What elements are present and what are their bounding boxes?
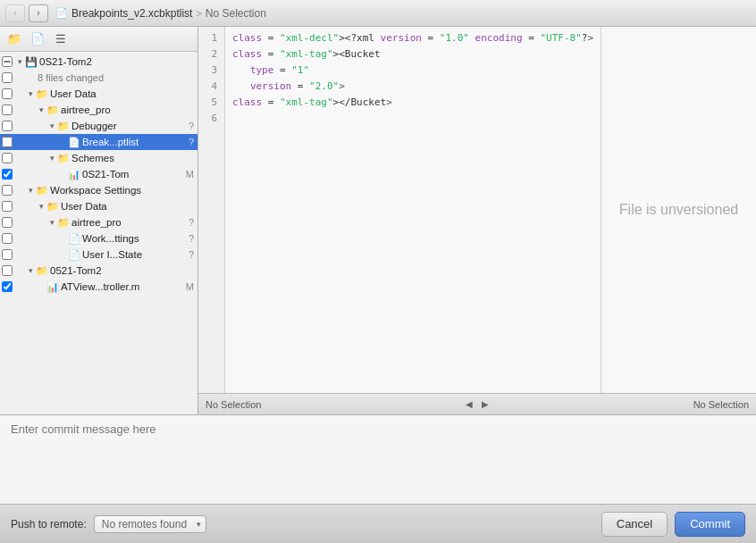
row-label-atview-troller: ATView...troller.m	[61, 281, 182, 292]
top-bar: ‹ › 📄 Breakpoints_v2.xcbkptlist > No Sel…	[0, 0, 756, 27]
diff-nav-next[interactable]: ▶	[477, 397, 493, 413]
row-badge-worksettings: ?	[189, 233, 194, 244]
row-disclosure-user-data-2[interactable]: ▾	[36, 202, 46, 211]
row-label-worksettings: Work...ttings	[82, 233, 185, 244]
tree-row-user-data-1[interactable]: ▾📁User Data	[0, 86, 197, 102]
tree-row-user-data-2[interactable]: ▾📁User Data	[0, 198, 197, 214]
row-disclosure-os521-tom2-sub[interactable]: ▾	[25, 266, 36, 275]
row-icon-airtree-pro-2: 📁	[57, 217, 70, 229]
breadcrumb-filename: Breakpoints_v2.xcbkptlist	[71, 7, 192, 20]
nav-back-button[interactable]: ‹	[5, 4, 25, 22]
tree-row-schemes[interactable]: ▾📁Schemes	[0, 150, 197, 166]
main-content: 📁 📄 ☰ ▾💾0S21-Tom28 files changed▾📁User D…	[0, 27, 756, 414]
row-icon-user-data-1: 📁	[36, 88, 48, 100]
row-icon-os521-tom: 📊	[68, 169, 80, 180]
row-icon-worksettings: 📄	[68, 233, 80, 245]
folder-toolbar-button[interactable]: 📁	[5, 30, 23, 48]
row-checkbox-airtree-pro-1[interactable]	[0, 103, 14, 117]
row-checkbox-workspace-settings[interactable]	[0, 183, 14, 197]
row-label-user-data-1: User Data	[50, 88, 194, 99]
row-disclosure-workspace-settings[interactable]: ▾	[25, 186, 36, 195]
row-checkbox-airtree-pro-2[interactable]	[0, 215, 14, 230]
row-disclosure-airtree-pro-1[interactable]: ▾	[36, 105, 46, 114]
row-badge-user-i-state: ?	[189, 249, 194, 260]
unversioned-area: File is unversioned	[601, 27, 756, 393]
row-disclosure-user-data-1[interactable]: ▾	[25, 89, 36, 98]
row-checkbox-user-i-state[interactable]	[0, 247, 14, 262]
row-icon-airtree-pro-1: 📁	[46, 104, 59, 116]
tree-row-worksettings[interactable]: 📄Work...ttings?	[0, 230, 197, 246]
row-checkbox-schemes[interactable]	[0, 151, 14, 165]
row-checkbox-os521-tom[interactable]	[0, 167, 14, 181]
row-icon-os521-tom2-root: 💾	[25, 56, 38, 68]
breadcrumb-file-icon: 📄	[55, 7, 68, 19]
diff-status-left: No Selection	[206, 399, 461, 410]
nav-forward-button[interactable]: ›	[29, 4, 48, 22]
row-label-os521-tom2-sub: 0521-Tom2	[50, 265, 194, 276]
commit-button[interactable]: Commit	[675, 512, 745, 537]
row-checkbox-debugger[interactable]	[0, 119, 14, 133]
row-disclosure-airtree-pro-2[interactable]: ▾	[46, 218, 57, 227]
row-label-airtree-pro-1: airtree_pro	[61, 104, 194, 115]
tree-row-os521-tom[interactable]: 📊0S21-TomM	[0, 166, 197, 182]
tree-row-os521-tom2-sub[interactable]: ▾📁0521-Tom2	[0, 263, 197, 279]
tree-row-user-i-state[interactable]: 📄User I...State?	[0, 246, 197, 263]
tree-row-airtree-pro-1[interactable]: ▾📁airtree_pro	[0, 102, 197, 118]
row-label-schemes: Schemes	[71, 153, 194, 163]
row-icon-user-i-state: 📄	[68, 249, 80, 261]
row-icon-atview-troller: 📊	[46, 281, 59, 293]
breadcrumb-separator: >	[196, 8, 201, 19]
file-tree: ▾💾0S21-Tom28 files changed▾📁User Data▾📁a…	[0, 52, 197, 414]
remote-dropdown[interactable]: No remotes found	[94, 515, 206, 533]
right-panel: 1 2 3 4 5 6 class = "xml-decl"><?xml ver…	[198, 27, 756, 414]
row-checkbox-files-changed[interactable]	[0, 71, 14, 85]
row-icon-os521-tom2-sub: 📁	[36, 265, 48, 277]
new-file-toolbar-button[interactable]: 📄	[29, 30, 46, 48]
tree-row-atview-troller[interactable]: 📊ATView...troller.mM	[0, 279, 197, 295]
remote-dropdown-wrapper[interactable]: No remotes found ▾	[94, 515, 206, 533]
cancel-button[interactable]: Cancel	[601, 512, 668, 537]
row-label-workspace-settings: Workspace Settings	[50, 185, 194, 196]
row-icon-workspace-settings: 📁	[36, 185, 48, 196]
row-disclosure-os521-tom2-root[interactable]: ▾	[14, 57, 25, 66]
tree-row-files-changed[interactable]: 8 files changed	[0, 70, 197, 86]
menu-toolbar-button[interactable]: ☰	[52, 30, 70, 48]
row-badge-os521-tom: M	[186, 169, 194, 180]
row-label-airtree-pro-2: airtree_pro	[71, 217, 185, 228]
tree-row-breakpoints[interactable]: 📄Break...ptlist?	[0, 134, 197, 150]
unversioned-label: File is unversioned	[619, 202, 738, 218]
row-badge-airtree-pro-2: ?	[189, 217, 194, 228]
commit-textarea-wrapper	[0, 415, 756, 504]
diff-content[interactable]: 1 2 3 4 5 6 class = "xml-decl"><?xml ver…	[198, 27, 756, 393]
row-checkbox-user-data-1[interactable]	[0, 87, 14, 101]
row-checkbox-os521-tom2-root[interactable]	[0, 54, 14, 69]
row-disclosure-schemes[interactable]: ▾	[46, 154, 57, 163]
row-checkbox-user-data-2[interactable]	[0, 199, 14, 213]
tree-row-os521-tom2-root[interactable]: ▾💾0S21-Tom2	[0, 54, 197, 70]
row-checkbox-os521-tom2-sub[interactable]	[0, 263, 14, 278]
row-disclosure-debugger[interactable]: ▾	[46, 121, 57, 130]
commit-message-input[interactable]	[0, 415, 756, 504]
row-icon-schemes: 📁	[57, 153, 70, 164]
tree-row-airtree-pro-2[interactable]: ▾📁airtree_pro?	[0, 214, 197, 230]
line-numbers: 1 2 3 4 5 6	[198, 27, 225, 393]
row-label-user-i-state: User I...State	[82, 249, 185, 260]
row-icon-breakpoints: 📄	[68, 137, 80, 148]
row-checkbox-breakpoints[interactable]	[0, 135, 14, 149]
row-label-os521-tom2-root: 0S21-Tom2	[39, 56, 194, 67]
left-toolbar: 📁 📄 ☰	[0, 27, 197, 52]
diff-nav-prev[interactable]: ◀	[461, 397, 477, 413]
diff-status-right: No Selection	[493, 399, 749, 410]
row-checkbox-atview-troller[interactable]	[0, 280, 14, 294]
diff-code: class = "xml-decl"><?xml version = "1.0"…	[225, 27, 601, 393]
row-checkbox-worksettings[interactable]	[0, 231, 14, 246]
row-badge-breakpoints: ?	[189, 137, 194, 147]
row-label-user-data-2: User Data	[61, 201, 194, 212]
row-label-breakpoints: Break...ptlist	[82, 137, 185, 147]
tree-row-workspace-settings[interactable]: ▾📁Workspace Settings	[0, 182, 197, 198]
tree-row-debugger[interactable]: ▾📁Debugger?	[0, 118, 197, 134]
row-badge-atview-troller: M	[186, 281, 194, 292]
row-label-files-changed: 8 files changed	[38, 72, 194, 83]
row-label-debugger: Debugger	[71, 121, 185, 131]
diff-area: 1 2 3 4 5 6 class = "xml-decl"><?xml ver…	[198, 27, 756, 393]
